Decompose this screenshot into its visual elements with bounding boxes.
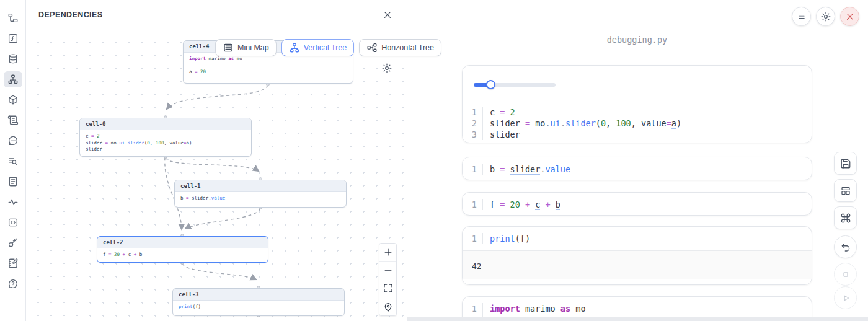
- node-code: import marimo as mo a = 20: [184, 53, 353, 79]
- layout-select-button[interactable]: [834, 179, 857, 202]
- code-editor[interactable]: 1print(f): [463, 227, 812, 250]
- graph-settings-button[interactable]: [381, 63, 392, 74]
- sidebar-item-chat[interactable]: [4, 133, 22, 149]
- sidebar-item-file-explorer[interactable]: [4, 10, 22, 26]
- run-all-button[interactable]: [834, 286, 857, 309]
- maximize-icon: [383, 283, 394, 294]
- logs-icon: [7, 115, 19, 126]
- keyboard-shortcuts-button[interactable]: [834, 206, 857, 229]
- line-number: 1: [463, 107, 482, 118]
- command-icon: [840, 213, 851, 224]
- node-code-line: c = 2: [86, 133, 246, 140]
- sidebar-item-logs[interactable]: [4, 112, 22, 128]
- graph-node-cell-1[interactable]: cell-1b = slider.value: [174, 180, 347, 208]
- minus-icon: [383, 265, 394, 276]
- save-button[interactable]: [834, 152, 857, 175]
- notebook-cell[interactable]: 1print(f)42: [462, 226, 812, 285]
- zoom-in-button[interactable]: [379, 244, 396, 262]
- menu-icon: [796, 11, 807, 22]
- graph-node-cell-2[interactable]: cell-2f = 20 + c + b: [97, 236, 268, 263]
- snippets-icon: [7, 217, 19, 228]
- save-icon: [840, 158, 851, 169]
- sidebar-item-data-sources[interactable]: [4, 51, 22, 67]
- code-editor[interactable]: 1f = 20 + c + b: [463, 193, 812, 216]
- fit-view-button[interactable]: [379, 279, 396, 297]
- node-code-line: a = 20: [189, 69, 347, 76]
- horizontal-tree-icon: [366, 42, 378, 53]
- tracing-icon: [7, 196, 19, 208]
- stop-kernel-button[interactable]: [834, 263, 857, 286]
- outline-search-icon: [7, 156, 19, 167]
- notebook-cell[interactable]: 1c = 22slider = mo.ui.slider(0, 100, val…: [462, 65, 812, 143]
- graph-view-toolbar: Mini MapVertical TreeHorizontal Tree: [215, 39, 441, 56]
- notebook-area: debugging.py 1c = 22slider = mo.ui.slide…: [407, 0, 868, 321]
- line-number: 1: [463, 303, 482, 314]
- chat-icon: [7, 135, 19, 146]
- edge-cell-1-to-cell-2: [185, 208, 260, 229]
- notebook-cell[interactable]: 1b = slider.value: [462, 157, 812, 180]
- sidebar-item-help[interactable]: [4, 276, 22, 292]
- code-line: 1print(f): [463, 233, 812, 244]
- help-icon: [7, 278, 19, 289]
- node-code: print(f): [173, 301, 344, 314]
- menu-button[interactable]: [792, 7, 811, 26]
- code-editor[interactable]: 1b = slider.value: [463, 157, 812, 180]
- code-line: 1b = slider.value: [463, 164, 812, 175]
- graph-node-cell-0[interactable]: cell-0c = 2slider = mo.ui.slider(0, 100,…: [79, 118, 252, 157]
- scratchpad-icon: [7, 258, 19, 269]
- secrets-icon: [7, 237, 19, 248]
- layout-icon: [840, 185, 851, 196]
- node-title: cell-1: [175, 180, 346, 192]
- code-line: 1c = 2: [463, 107, 812, 118]
- cell-output-slider: [463, 66, 812, 100]
- dependencies-panel-header: DEPENDENCIES: [26, 0, 407, 30]
- slider-track[interactable]: [474, 83, 556, 87]
- line-number: 1: [463, 233, 482, 244]
- gear-icon: [820, 11, 831, 22]
- notebook-filename: debugging.py: [462, 35, 812, 45]
- mini-map-icon: [223, 42, 234, 53]
- sidebar-item-tracing[interactable]: [4, 194, 22, 210]
- line-number: 1: [463, 199, 482, 210]
- stop-icon: [840, 269, 851, 280]
- sidebar-item-documentation[interactable]: [4, 174, 22, 190]
- node-code-line: slider = mo.ui.slider(0, 100, value=a): [86, 140, 246, 147]
- node-code-line: [189, 63, 347, 69]
- close-panel-button[interactable]: [381, 8, 394, 22]
- sidebar-item-dependencies[interactable]: [4, 71, 22, 87]
- vertical-tree-button[interactable]: Vertical Tree: [281, 39, 354, 56]
- code-editor[interactable]: 1c = 22slider = mo.ui.slider(0, 100, val…: [463, 100, 812, 143]
- node-code: f = 20 + c + b: [97, 248, 268, 262]
- center-node-button[interactable]: [379, 297, 396, 315]
- slider-thumb[interactable]: [486, 80, 495, 89]
- zoom-out-button[interactable]: [379, 262, 396, 279]
- sidebar-item-variables[interactable]: [4, 30, 22, 46]
- sidebar-item-outline-search[interactable]: [4, 153, 22, 169]
- node-code: b = slider.value: [175, 192, 346, 205]
- undo-button[interactable]: [834, 235, 857, 258]
- cell-output-text: 42: [463, 250, 812, 279]
- variables-icon: [7, 33, 19, 44]
- play-icon: [840, 292, 851, 304]
- sidebar-item-packages[interactable]: [4, 92, 22, 108]
- edge-cell-4-to-cell-0: [167, 85, 268, 109]
- notebook-cell[interactable]: 1f = 20 + c + b: [462, 192, 812, 216]
- sidebar-item-secrets[interactable]: [4, 235, 22, 251]
- mini-map-button[interactable]: Mini Map: [215, 39, 277, 56]
- graph-node-cell-3[interactable]: cell-3print(f): [172, 288, 345, 316]
- documentation-icon: [7, 176, 19, 187]
- dependencies-icon: [7, 74, 19, 85]
- close-x-icon: [844, 11, 856, 22]
- sidebar-item-scratchpad[interactable]: [4, 255, 22, 271]
- settings-button[interactable]: [816, 7, 835, 26]
- code-line: 1import marimo as mo: [463, 303, 812, 314]
- file-explorer-icon: [7, 12, 19, 24]
- sidebar-item-snippets[interactable]: [4, 214, 22, 231]
- dependencies-panel: DEPENDENCIES cell-4import marimo as mo a…: [26, 0, 407, 321]
- horizontal-tree-button[interactable]: Horizontal Tree: [359, 39, 441, 56]
- view-button-label: Vertical Tree: [304, 43, 347, 52]
- plus-icon: [383, 247, 394, 258]
- shutdown-button[interactable]: [840, 7, 859, 26]
- pin-icon: [383, 301, 394, 312]
- dependency-graph-canvas[interactable]: cell-4import marimo as mo a = 20cell-0c …: [26, 30, 407, 321]
